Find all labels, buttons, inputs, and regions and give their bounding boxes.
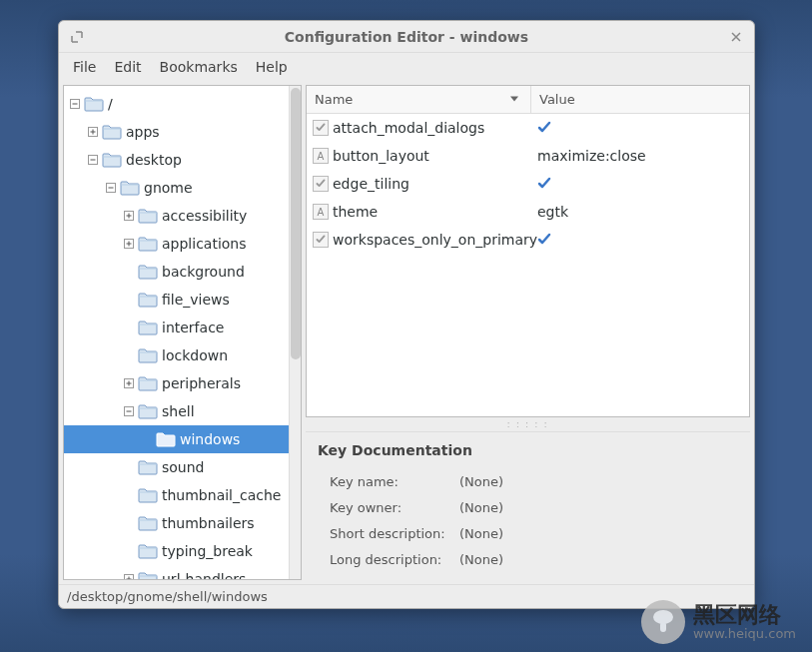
column-header-name[interactable]: Name [307, 86, 531, 113]
tree-item-label: thumbnail_cache [162, 487, 281, 503]
expand-icon[interactable] [122, 209, 136, 223]
tree-item-label: interface [162, 320, 224, 335]
value-text: egtk [537, 204, 568, 220]
doc-row: Key name:(None) [330, 468, 738, 494]
value-text: maximize:close [537, 148, 646, 164]
key-grid: Name Value attach_modal_dialogsAbutton_l… [306, 85, 750, 417]
menubar: File Edit Bookmarks Help [59, 53, 754, 81]
tree-item-background[interactable]: background [64, 258, 301, 286]
maximize-icon[interactable] [69, 29, 85, 45]
folder-icon [102, 152, 122, 168]
tree-item-peripherals[interactable]: peripherals [64, 369, 301, 397]
column-header-value[interactable]: Value [531, 86, 749, 113]
doc-row: Long description:(None) [330, 546, 738, 572]
titlebar[interactable]: Configuration Editor - windows [59, 21, 754, 53]
doc-label: Long description: [330, 552, 459, 567]
folder-icon [138, 375, 158, 391]
tree-item-label: accessibility [162, 208, 247, 224]
grid-body[interactable]: attach_modal_dialogsAbutton_layoutmaximi… [307, 114, 749, 416]
menu-help[interactable]: Help [248, 55, 296, 79]
grid-row[interactable]: Athemeegtk [307, 198, 749, 226]
tree-item-label: applications [162, 236, 247, 252]
right-pane: Name Value attach_modal_dialogsAbutton_l… [306, 85, 750, 580]
watermark-url: www.heiqu.com [693, 627, 796, 641]
folder-icon [102, 124, 122, 140]
tree-item-accessibility[interactable]: accessibility [64, 202, 301, 230]
collapse-icon[interactable] [122, 404, 136, 418]
app-window: Configuration Editor - windows File Edit… [58, 20, 755, 609]
cell-value[interactable]: egtk [531, 204, 749, 220]
doc-title: Key Documentation [318, 442, 738, 458]
tree-item-thumbnailers[interactable]: thumbnailers [64, 509, 301, 537]
cell-name: attach_modal_dialogs [307, 120, 531, 136]
cell-value[interactable] [531, 233, 749, 247]
tree-item-label: peripherals [162, 375, 241, 391]
key-name: attach_modal_dialogs [333, 120, 484, 136]
tree-item-windows[interactable]: windows [64, 425, 301, 453]
tree-item-url-handlers[interactable]: url-handlers [64, 565, 301, 580]
pane-resize-grip[interactable]: : : : : : [306, 421, 750, 427]
doc-label: Key owner: [330, 500, 459, 515]
cell-value[interactable] [531, 121, 749, 135]
tree-item-label: background [162, 264, 245, 280]
close-icon[interactable] [728, 29, 744, 45]
scrollbar[interactable] [289, 86, 301, 579]
tree-item-thumbnail-cache[interactable]: thumbnail_cache [64, 481, 301, 509]
tree-item--[interactable]: / [64, 90, 301, 118]
doc-value: (None) [459, 552, 503, 567]
tree-item-desktop[interactable]: desktop [64, 146, 301, 174]
check-icon [537, 233, 551, 247]
grid-row[interactable]: attach_modal_dialogs [307, 114, 749, 142]
tree-item-shell[interactable]: shell [64, 397, 301, 425]
key-name: workspaces_only_on_primary [333, 232, 537, 248]
cell-value[interactable]: maximize:close [531, 148, 749, 164]
watermark-text: 黑区网络 [693, 603, 796, 627]
watermark-logo-icon [641, 600, 685, 644]
menu-edit[interactable]: Edit [106, 55, 149, 79]
tree-sidebar[interactable]: /appsdesktopgnomeaccessibilityapplicatio… [63, 85, 302, 580]
doc-value: (None) [459, 500, 503, 515]
key-name: theme [333, 204, 378, 220]
scrollbar-thumb[interactable] [291, 88, 301, 359]
tree-item-typing-break[interactable]: typing_break [64, 537, 301, 565]
expand-icon[interactable] [122, 572, 136, 580]
key-name: button_layout [333, 148, 429, 164]
folder-icon [156, 431, 176, 447]
tree-item-sound[interactable]: sound [64, 453, 301, 481]
tree-item-apps[interactable]: apps [64, 118, 301, 146]
doc-label: Short description: [330, 526, 459, 541]
tree-item-file-views[interactable]: file_views [64, 286, 301, 314]
folder-icon [138, 459, 158, 475]
collapse-icon[interactable] [104, 181, 118, 195]
cell-value[interactable] [531, 177, 749, 191]
bool-type-icon [313, 176, 329, 192]
expand-icon[interactable] [86, 125, 100, 139]
tree-item-lockdown[interactable]: lockdown [64, 341, 301, 369]
menu-bookmarks[interactable]: Bookmarks [152, 55, 246, 79]
folder-icon [138, 208, 158, 224]
expand-icon[interactable] [122, 376, 136, 390]
tree-item-label: typing_break [162, 543, 253, 559]
folder-icon [138, 403, 158, 419]
menu-file[interactable]: File [65, 55, 104, 79]
string-type-icon: A [313, 148, 329, 164]
collapse-icon[interactable] [86, 153, 100, 167]
window-title: Configuration Editor - windows [67, 29, 746, 45]
grid-row[interactable]: Abutton_layoutmaximize:close [307, 142, 749, 170]
tree-item-label: apps [126, 124, 160, 140]
grid-row[interactable]: workspaces_only_on_primary [307, 226, 749, 254]
tree-item-gnome[interactable]: gnome [64, 174, 301, 202]
collapse-icon[interactable] [68, 97, 82, 111]
folder-icon [138, 264, 158, 280]
grid-header: Name Value [307, 86, 749, 114]
grid-row[interactable]: edge_tiling [307, 170, 749, 198]
cell-name: Atheme [307, 204, 531, 220]
sort-desc-icon [508, 92, 520, 107]
tree-item-label: / [108, 96, 113, 112]
tree-item-interface[interactable]: interface [64, 314, 301, 341]
tree-item-applications[interactable]: applications [64, 230, 301, 258]
doc-table: Key name:(None)Key owner:(None)Short des… [318, 468, 738, 572]
folder-icon [138, 347, 158, 363]
expand-icon[interactable] [122, 237, 136, 251]
cell-name: workspaces_only_on_primary [307, 232, 531, 248]
